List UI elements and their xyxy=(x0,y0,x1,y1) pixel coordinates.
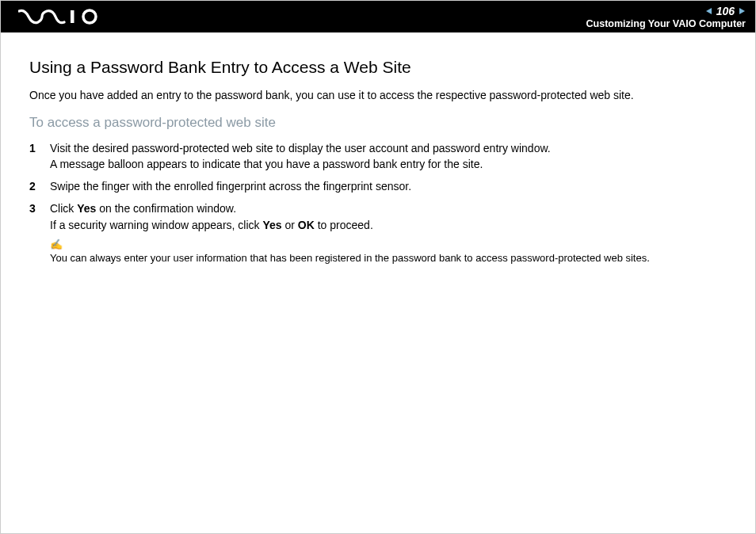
step-number: 2 xyxy=(29,178,50,194)
step-text: Swipe the finger with the enrolled finge… xyxy=(50,180,411,193)
step-text: to proceed. xyxy=(315,219,373,231)
note-text: You can always enter your user informati… xyxy=(50,251,727,265)
bold-yes: Yes xyxy=(77,202,96,215)
step-text: If a security warning window appears, cl… xyxy=(50,219,262,231)
step-body: Visit the desired password-protected web… xyxy=(50,140,727,173)
next-page-arrow[interactable] xyxy=(738,5,746,17)
vaio-logo xyxy=(18,8,105,25)
svg-marker-2 xyxy=(706,8,712,14)
steps-list: 1 Visit the desired password-protected w… xyxy=(29,140,727,233)
step-text: Visit the desired password-protected web… xyxy=(50,142,551,154)
section-subtitle: To access a password-protected web site xyxy=(29,115,727,131)
bold-ok: OK xyxy=(298,219,315,231)
step-text: A message balloon appears to indicate th… xyxy=(50,158,483,170)
breadcrumb: Customizing Your VAIO Computer xyxy=(586,18,746,29)
step-number: 1 xyxy=(29,140,50,156)
step-2: 2 Swipe the finger with the enrolled fin… xyxy=(29,178,727,194)
note-block: ✍ You can always enter your user informa… xyxy=(50,239,727,265)
step-1: 1 Visit the desired password-protected w… xyxy=(29,140,727,173)
page-navigation: 106 xyxy=(586,5,746,17)
page-number: 106 xyxy=(716,6,735,17)
step-body: Click Yes on the confirmation window. If… xyxy=(50,200,727,233)
step-text: Click xyxy=(50,202,77,215)
step-text: or xyxy=(282,219,298,231)
step-number: 3 xyxy=(29,200,50,216)
bold-yes: Yes xyxy=(262,219,281,231)
svg-marker-3 xyxy=(739,8,745,14)
header-right: 106 Customizing Your VAIO Computer xyxy=(586,5,746,29)
header-bar: 106 Customizing Your VAIO Computer xyxy=(1,1,755,32)
svg-point-1 xyxy=(83,10,96,23)
step-3: 3 Click Yes on the confirmation window. … xyxy=(29,200,727,233)
step-text: on the confirmation window. xyxy=(96,202,236,215)
intro-paragraph: Once you have added an entry to the pass… xyxy=(29,88,727,104)
page-content: Using a Password Bank Entry to Access a … xyxy=(1,32,755,265)
page-title: Using a Password Bank Entry to Access a … xyxy=(29,58,727,77)
svg-rect-0 xyxy=(71,10,74,23)
step-body: Swipe the finger with the enrolled finge… xyxy=(50,178,727,194)
note-icon: ✍ xyxy=(50,239,727,250)
prev-page-arrow[interactable] xyxy=(705,5,713,17)
